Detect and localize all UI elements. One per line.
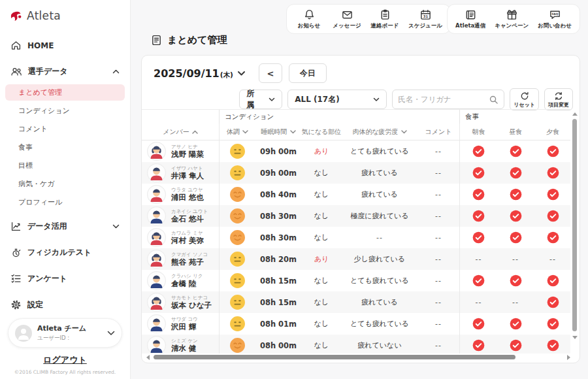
member-avatar — [147, 271, 166, 290]
member-cell[interactable]: アサノ ヒナ浅野 陽菜 — [142, 140, 219, 162]
today-button[interactable]: 今日 — [289, 63, 327, 83]
column-label: 体調 — [227, 127, 240, 137]
search-input[interactable] — [398, 95, 489, 104]
date-picker[interactable]: 2025/09/11(木) — [154, 67, 233, 80]
meal-dinner-cell — [534, 227, 570, 248]
column-label: 肉体的な疲労度 — [352, 127, 398, 137]
sidebar-item-physical-test[interactable]: フィジカルテスト — [0, 242, 130, 263]
sidebar-subitem-comment[interactable]: コメント — [5, 121, 125, 137]
topnav-item-contact[interactable]: FAQ お問い合わせ — [538, 8, 572, 30]
sidebar-item-player-data[interactable]: 選手データ — [0, 61, 130, 82]
mood-smile-icon — [229, 208, 246, 224]
comment-cell: -- — [417, 335, 459, 354]
topnav-item-atleta-news[interactable]: Atleta通信 — [455, 8, 485, 30]
sidebar-item-survey[interactable]: アンケート — [0, 269, 130, 289]
sidebar-item-data-use[interactable]: データ活用 — [0, 216, 130, 237]
comment-cell: -- — [417, 291, 459, 313]
column-header-sleep[interactable]: 睡眠時間 — [255, 124, 301, 140]
vertical-scrollbar[interactable] — [572, 110, 578, 352]
table-row[interactable]: クマガイ ソノコ熊谷 苑子08h 20mあり少し疲れている-------- — [142, 248, 570, 270]
user-avatar-placeholder-icon — [15, 325, 32, 342]
mood-cell — [219, 184, 255, 205]
member-kana: クラハシ リク — [171, 273, 203, 279]
sidebar-subitem-matomete-kanri[interactable]: まとめて管理 — [5, 84, 125, 101]
atleta-logo-icon — [9, 8, 24, 23]
table-row[interactable]: カネイシ ユウト金石 悠斗08h 30mなし極度に疲れている-- — [142, 205, 570, 227]
sidebar-subitem-goal[interactable]: 目標 — [5, 157, 125, 174]
sidebar-subitem-meal[interactable]: 食事 — [5, 139, 125, 156]
table-row[interactable]: サワダ コウ沢田 輝08h 01mなしとても疲れている-- — [142, 313, 570, 335]
sidebar-subitem-condition[interactable]: コンディション — [5, 103, 125, 119]
table-body: アサノ ヒナ浅野 陽菜09h 00mありとても疲れている--イザワ ハヤト井澤 … — [142, 140, 570, 354]
table-row[interactable]: シミズ ケン清水 健08h 00mなし疲れていない-- — [142, 335, 570, 354]
sleep-cell: 09h 00m — [255, 162, 301, 184]
table-row[interactable]: アサノ ヒナ浅野 陽菜09h 00mありとても疲れている-- — [142, 140, 570, 162]
table-row[interactable]: カワムラ ミヤ河村 美弥08h 30mなし---- — [142, 227, 570, 248]
table-row[interactable]: イザワ ハヤト井澤 隼人09h 00mなし疲れている-- — [142, 162, 570, 184]
user-id-label: ユーザーID : — [37, 335, 102, 342]
member-cell[interactable]: ウラタ ユウヤ浦田 悠也 — [142, 184, 219, 205]
department-select[interactable]: 所属 — [239, 90, 282, 109]
topnav-item-campaign[interactable]: キャンペーン — [495, 8, 529, 30]
member-cell[interactable]: サカモト ヒナコ坂本 ひな子 — [142, 291, 219, 313]
calendar-icon: 31 — [419, 8, 432, 21]
member-avatar — [147, 314, 166, 333]
member-cell[interactable]: クラハシ リク倉橋 陸 — [142, 270, 219, 291]
scroll-right-arrow[interactable] — [565, 354, 572, 361]
fatigue-cell: -- — [342, 227, 417, 248]
chevron-down-icon[interactable] — [237, 71, 246, 76]
member-cell[interactable]: カネイシ ユウト金石 悠斗 — [142, 205, 219, 227]
meal-check-icon — [547, 210, 559, 222]
scroll-up-arrow[interactable] — [572, 110, 578, 117]
reset-button-label: リセット — [514, 101, 535, 108]
meal-check-icon — [472, 339, 485, 352]
table-row[interactable]: クラハシ リク倉橋 陸08h 15mなしとても疲れている-- — [142, 270, 570, 291]
member-filter-select[interactable]: ALL (17名) — [287, 90, 387, 109]
newspaper-icon — [465, 8, 477, 21]
topnav-item-board[interactable]: 連絡ボード — [370, 8, 399, 30]
logout-link[interactable]: ログアウト — [43, 354, 87, 366]
column-header-member[interactable]: メンバー — [142, 124, 219, 140]
content-card: 2025/09/11(木) < 今日 所属 ALL (17名) — [141, 55, 580, 363]
sidebar-subitem-profile[interactable]: プロフィール — [5, 194, 125, 210]
member-cell[interactable]: サワダ コウ沢田 輝 — [142, 313, 219, 335]
app-logo[interactable]: Atleta — [0, 0, 130, 29]
empty-value: -- — [435, 212, 442, 220]
horizontal-scrollbar-thumb[interactable] — [154, 355, 515, 359]
mood-smile-icon — [229, 186, 246, 203]
member-cell[interactable]: クマガイ ソノコ熊谷 苑子 — [142, 248, 219, 270]
part-cell: なし — [301, 205, 342, 227]
members-table: コンディション 食事 メンバー 体調 睡眠時間 気になる部位 — [142, 109, 570, 354]
horizontal-scrollbar[interactable] — [146, 354, 566, 361]
scroll-down-arrow[interactable] — [572, 334, 578, 340]
meal-check-icon — [547, 318, 559, 330]
change-items-button[interactable]: 項目変更 — [544, 88, 573, 110]
sidebar-subitem-injury[interactable]: 病気・ケガ — [5, 176, 125, 192]
search-icon[interactable] — [489, 95, 498, 105]
topnav-item-notice[interactable]: お知らせ — [295, 8, 323, 30]
member-cell[interactable]: イザワ ハヤト井澤 隼人 — [142, 162, 219, 184]
meal-lunch-cell — [497, 184, 534, 205]
column-header-mood[interactable]: 体調 — [219, 124, 255, 140]
reset-button[interactable]: リセット — [510, 88, 539, 110]
meal-breakfast-cell — [459, 335, 497, 354]
meal-check-icon — [510, 210, 522, 222]
member-cell[interactable]: カワムラ ミヤ河村 美弥 — [142, 227, 219, 248]
sidebar-item-settings[interactable]: 設定 — [0, 295, 130, 315]
table-row[interactable]: ウラタ ユウヤ浦田 悠也08h 40mなし疲れている-- — [142, 184, 570, 205]
user-account-card[interactable]: Atleta チーム ユーザーID : — [8, 318, 122, 348]
vertical-scrollbar-thumb[interactable] — [572, 119, 577, 331]
table-row[interactable]: サカモト ヒナコ坂本 ひな子08h 15mなし疲れている------ — [142, 291, 570, 313]
column-header-fatigue[interactable]: 肉体的な疲労度 — [342, 124, 417, 140]
member-name: 清水 健 — [171, 344, 198, 353]
member-cell[interactable]: シミズ ケン清水 健 — [142, 335, 219, 354]
topnav-item-message[interactable]: メッセージ — [333, 8, 361, 30]
sidebar-item-home[interactable]: HOME — [0, 35, 130, 56]
topnav-item-schedule[interactable]: 31 スケジュール — [408, 8, 442, 30]
meal-breakfast-cell — [459, 270, 497, 291]
meal-check-icon — [510, 167, 522, 179]
prev-day-button[interactable]: < — [259, 63, 282, 83]
faq-bubble-icon: FAQ — [549, 8, 561, 21]
fatigue-cell: 疲れている — [342, 162, 417, 184]
scroll-left-arrow[interactable] — [144, 354, 151, 361]
